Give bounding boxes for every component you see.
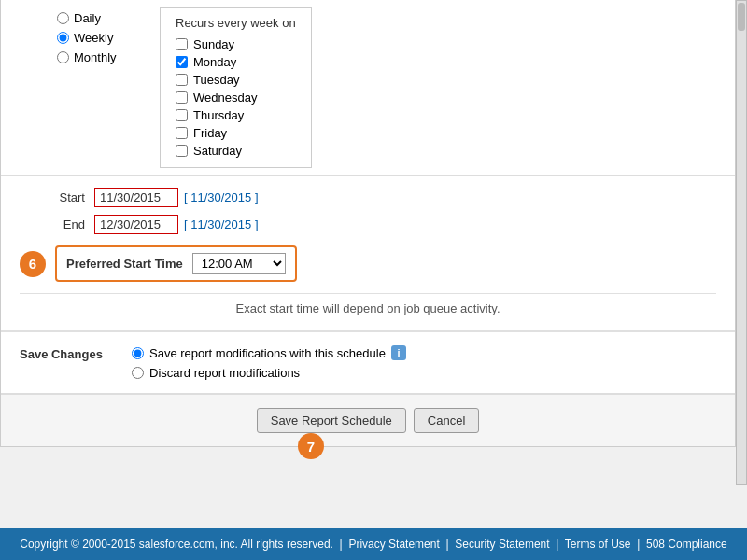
end-label: End	[20, 217, 94, 231]
cancel-button[interactable]: Cancel	[414, 408, 479, 433]
exact-time-note: Exact start time will depend on job queu…	[20, 293, 716, 319]
time-select[interactable]: 12:00 AM 1:00 AM 2:00 AM 3:00 AM 4:00 AM…	[192, 253, 286, 274]
day-wednesday[interactable]: Wednesday	[176, 89, 296, 106]
recurrence-section: Daily Weekly Monthly Recurs every week o…	[1, 0, 735, 176]
start-row: Start [ 11/30/2015 ]	[20, 188, 716, 207]
tuesday-checkbox[interactable]	[176, 74, 188, 86]
day-monday[interactable]: Monday	[176, 53, 296, 71]
daily-label: Daily	[74, 11, 101, 25]
day-saturday[interactable]: Saturday	[176, 142, 296, 160]
preferred-time-wrapper: Preferred Start Time 12:00 AM 1:00 AM 2:…	[55, 245, 297, 282]
saturday-checkbox[interactable]	[176, 145, 188, 157]
copyright-text: Copyright © 2000-2015 salesforce.com, in…	[20, 538, 333, 551]
save-with-radio[interactable]	[132, 347, 144, 359]
step-7-badge: 7	[298, 433, 324, 459]
radio-monthly[interactable]: Monthly	[57, 50, 141, 64]
weekly-days-box: Recurs every week on Sunday Monday Tuesd…	[160, 7, 312, 168]
scrollbar-thumb[interactable]	[738, 3, 745, 31]
saturday-label: Saturday	[193, 144, 242, 158]
terms-of-use-link[interactable]: Terms of Use	[565, 538, 631, 551]
save-with-label: Save report modifications with this sche…	[149, 346, 386, 360]
monday-label: Monday	[193, 55, 236, 69]
monthly-label: Monthly	[74, 50, 117, 64]
preferred-time-label: Preferred Start Time	[66, 257, 183, 271]
day-thursday[interactable]: Thursday	[176, 106, 296, 124]
friday-label: Friday	[193, 126, 227, 140]
daily-radio[interactable]	[57, 12, 69, 24]
recurs-label: Recurs every week on	[176, 16, 296, 30]
weekly-radio[interactable]	[57, 32, 69, 44]
info-icon[interactable]: i	[391, 345, 406, 360]
radio-daily[interactable]: Daily	[57, 11, 141, 25]
discard-label: Discard report modifications	[149, 366, 300, 380]
thursday-label: Thursday	[193, 108, 244, 122]
day-tuesday[interactable]: Tuesday	[176, 71, 296, 89]
datetime-section: Start [ 11/30/2015 ] End [ 11/30/2015 ] …	[1, 176, 735, 330]
security-statement-link[interactable]: Security Statement	[455, 538, 549, 551]
save-changes-label: Save Changes	[20, 345, 132, 361]
wednesday-label: Wednesday	[193, 91, 257, 105]
save-options: Save report modifications with this sche…	[132, 345, 406, 380]
discard-radio[interactable]	[132, 367, 144, 379]
day-sunday[interactable]: Sunday	[176, 35, 296, 53]
save-report-schedule-button[interactable]: Save Report Schedule	[257, 408, 406, 433]
radio-weekly[interactable]: Weekly	[57, 31, 141, 45]
buttons-section: Save Report Schedule Cancel 7	[1, 393, 735, 446]
end-row: End [ 11/30/2015 ]	[20, 215, 716, 234]
friday-checkbox[interactable]	[176, 127, 188, 139]
start-date-input[interactable]	[94, 188, 178, 207]
tuesday-label: Tuesday	[193, 73, 239, 87]
start-date-link[interactable]: [ 11/30/2015 ]	[184, 190, 259, 204]
sunday-checkbox[interactable]	[176, 38, 188, 50]
page-wrapper: Daily Weekly Monthly Recurs every week o…	[0, 0, 747, 560]
sunday-label: Sunday	[193, 37, 234, 51]
preferred-time-row: 6 Preferred Start Time 12:00 AM 1:00 AM …	[20, 242, 716, 286]
end-date-input[interactable]	[94, 215, 178, 234]
monday-checkbox[interactable]	[176, 56, 188, 68]
save-with-schedule-option[interactable]: Save report modifications with this sche…	[132, 345, 406, 360]
thursday-checkbox[interactable]	[176, 109, 188, 121]
save-changes-section: Save Changes Save report modifications w…	[1, 330, 735, 393]
radio-group: Daily Weekly Monthly	[10, 7, 160, 168]
day-friday[interactable]: Friday	[176, 124, 296, 142]
monthly-radio[interactable]	[57, 51, 69, 63]
end-date-link[interactable]: [ 11/30/2015 ]	[184, 217, 259, 231]
wednesday-checkbox[interactable]	[176, 91, 188, 104]
weekly-label: Weekly	[74, 31, 113, 45]
privacy-statement-link[interactable]: Privacy Statement	[348, 538, 439, 551]
scrollbar[interactable]	[736, 0, 747, 485]
discard-modifications-option[interactable]: Discard report modifications	[132, 366, 406, 380]
start-label: Start	[20, 190, 94, 204]
step-6-badge: 6	[20, 251, 46, 277]
footer: Copyright © 2000-2015 salesforce.com, in…	[0, 528, 747, 560]
compliance-link[interactable]: 508 Compliance	[646, 538, 727, 551]
